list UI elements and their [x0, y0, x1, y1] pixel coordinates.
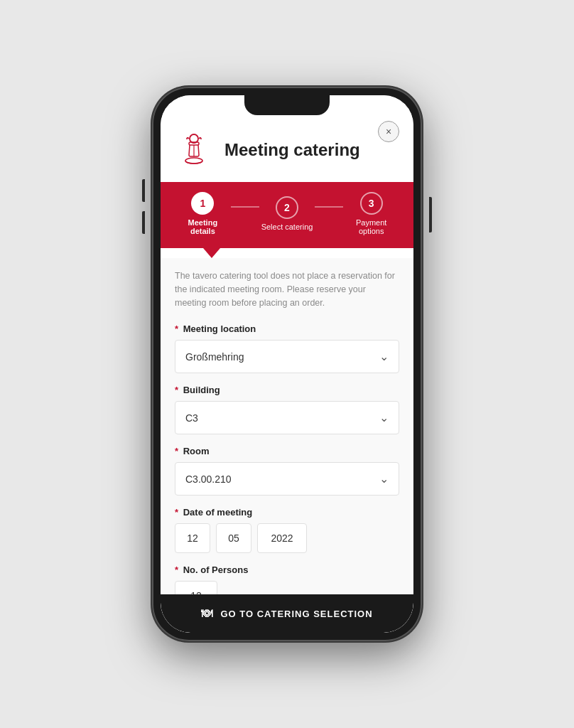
catering-icon: [175, 131, 213, 169]
building-label: * Building: [175, 385, 399, 395]
required-star-1: *: [175, 323, 178, 334]
cta-button[interactable]: 🍽 GO TO CATERING SELECTION: [161, 594, 413, 633]
step-3[interactable]: 3 Payment options: [343, 192, 399, 235]
building-dropdown[interactable]: C3 ⌄: [175, 401, 399, 434]
persons-label: * No. of Persons: [175, 564, 399, 575]
date-year[interactable]: 2022: [257, 523, 307, 553]
meeting-location-value: Großmehring: [185, 351, 244, 363]
step-1-label: Meeting details: [175, 218, 231, 235]
required-star-3: *: [175, 446, 178, 456]
step-2-label: Select catering: [261, 223, 313, 231]
step-connector-1: [231, 206, 259, 208]
step-connector-2: [315, 206, 343, 208]
date-month[interactable]: 05: [216, 523, 251, 553]
volume-up-button: [142, 179, 145, 202]
room-value: C3.00.210: [185, 473, 232, 485]
cta-icon: 🍽: [201, 607, 213, 620]
meeting-location-field: * Meeting location Großmehring ⌄: [175, 323, 399, 373]
room-arrow-icon: ⌄: [379, 472, 389, 486]
content-area: The tavero catering tool does not place …: [161, 258, 413, 633]
info-text: The tavero catering tool does not place …: [175, 269, 399, 309]
meeting-location-label: * Meeting location: [175, 323, 399, 334]
required-star-4: *: [175, 507, 178, 518]
screen-content: × Meeting catering: [161, 95, 413, 633]
date-label: * Date of meeting: [175, 507, 399, 518]
phone-screen: × Meeting catering: [161, 95, 413, 633]
cta-label: GO TO CATERING SELECTION: [220, 609, 372, 619]
required-star-2: *: [175, 385, 178, 395]
svg-rect-1: [189, 142, 199, 145]
volume-down-button: [142, 211, 145, 234]
close-icon: ×: [386, 126, 391, 137]
step-2[interactable]: 2 Select catering: [259, 196, 315, 231]
close-button[interactable]: ×: [378, 121, 399, 142]
step-1-circle: 1: [191, 192, 214, 215]
svg-point-0: [190, 134, 198, 143]
building-arrow-icon: ⌄: [379, 411, 389, 424]
meeting-location-arrow-icon: ⌄: [379, 350, 389, 363]
room-label: * Room: [175, 446, 399, 456]
step-pointer-triangle: [203, 248, 220, 258]
meeting-location-dropdown[interactable]: Großmehring ⌄: [175, 340, 399, 373]
date-field: * Date of meeting 12 05 2022: [175, 507, 399, 553]
building-field: * Building C3 ⌄: [175, 385, 399, 434]
steps-pointer-wrapper: [161, 248, 413, 258]
steps-bar: 1 Meeting details 2 Select catering: [161, 182, 413, 248]
app-title: Meeting catering: [224, 140, 360, 160]
building-value: C3: [185, 412, 198, 424]
phone-notch: [244, 95, 330, 115]
power-button: [429, 197, 432, 232]
room-dropdown[interactable]: C3.00.210 ⌄: [175, 462, 399, 496]
step-1[interactable]: 1 Meeting details: [175, 192, 231, 235]
required-star-5: *: [175, 564, 178, 575]
step-3-label: Payment options: [343, 218, 399, 235]
step-2-circle: 2: [276, 196, 298, 219]
date-row: 12 05 2022: [175, 523, 399, 553]
date-day[interactable]: 12: [175, 523, 210, 553]
phone-frame: × Meeting catering: [152, 87, 422, 641]
room-field: * Room C3.00.210 ⌄: [175, 446, 399, 496]
step-3-circle: 3: [360, 192, 383, 215]
